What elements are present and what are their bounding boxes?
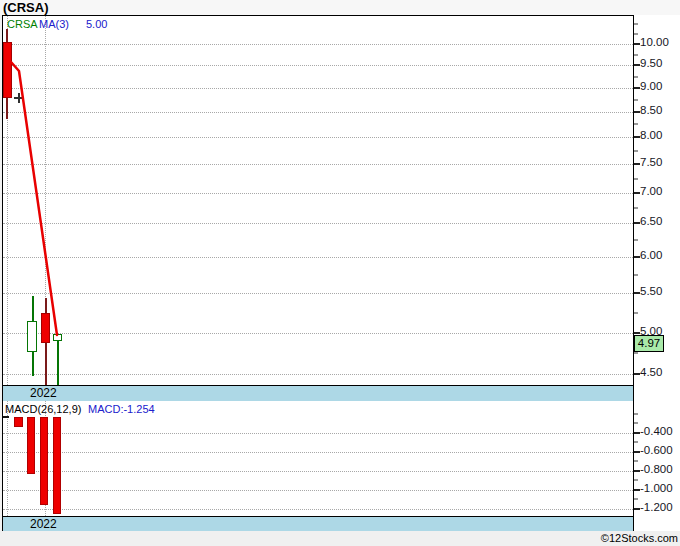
macd-xaxis-band: 2022 [3, 516, 633, 531]
macd-axis-minor-tick [634, 413, 638, 415]
price-axis-label: 7.50 [640, 156, 680, 172]
price-axis-minor-tick [634, 99, 638, 101]
macd-panel: MACD(26,12,9) MACD:-1.254 2022 [2, 400, 634, 531]
price-axis-minor-tick [634, 178, 638, 180]
macd-axis-minor-tick [634, 422, 638, 424]
ma3-line [3, 16, 633, 400]
legend-ma-label: MA(3) [39, 18, 69, 31]
macd-axis-label: -1.200 [640, 501, 680, 517]
price-axis-label: 4.50 [640, 366, 680, 382]
macd-bar-4 [53, 417, 61, 514]
price-xaxis-year: 2022 [30, 386, 57, 401]
price-axis-label: 5.50 [640, 285, 680, 301]
macd-axis-minor-tick [634, 479, 638, 481]
macd-bar-3 [40, 417, 48, 505]
price-axis-minor-tick [634, 352, 638, 354]
price-axis-label: 9.00 [640, 80, 680, 96]
price-axis-minor-tick [634, 207, 638, 209]
price-axis-minor-tick [634, 150, 638, 152]
price-axis-minor-tick [634, 54, 638, 56]
price-axis-label: 6.00 [640, 249, 680, 265]
legend-symbol: CRSA [7, 18, 38, 31]
price-axis-minor-tick [634, 23, 638, 25]
price-axis-minor-tick [634, 123, 638, 125]
legend-ma-value: 5.00 [86, 18, 107, 31]
price-axis-minor-tick [634, 312, 638, 314]
gridline-h [3, 433, 633, 434]
macd-left-tick [3, 416, 9, 418]
copyright-link[interactable]: ©12Stocks.com [478, 531, 678, 546]
macd-bar-2 [27, 417, 35, 474]
macd-xaxis-year: 2022 [30, 517, 57, 532]
price-axis-label: 6.50 [640, 215, 680, 231]
gridline-v [7, 401, 8, 516]
price-panel: CRSA MA(3) 5.00 2022 [2, 15, 634, 401]
price-xaxis-band: 2022 [3, 385, 633, 401]
title-strip: (CRSA) [0, 0, 680, 15]
price-axis-label: 9.50 [640, 57, 680, 73]
macd-bar-1 [14, 417, 23, 427]
price-axis-label: 7.00 [640, 185, 680, 201]
price-axis-minor-tick [634, 239, 638, 241]
macd-legend-label: MACD(26,12,9) [5, 403, 81, 416]
price-axis-label: 8.50 [640, 104, 680, 120]
price-axis-label: 8.00 [640, 129, 680, 145]
gridline-h [3, 490, 633, 491]
macd-axis-label: -0.600 [640, 444, 680, 460]
macd-axis-label: -0.800 [640, 463, 680, 479]
macd-axis-minor-tick [634, 460, 638, 462]
gridline-h [3, 452, 633, 453]
price-axis-label: 10.00 [640, 36, 680, 52]
macd-axis-minor-tick [634, 498, 638, 500]
price-axis-minor-tick [634, 274, 638, 276]
macd-axis-minor-tick [634, 441, 638, 443]
last-price-tag: 4.97 [634, 335, 664, 352]
macd-axis-label: -1.000 [640, 482, 680, 498]
macd-legend-value: MACD:-1.254 [88, 403, 155, 416]
macd-axis-label: -0.400 [640, 425, 680, 441]
price-axis-minor-tick [634, 76, 638, 78]
stock-chart-widget: (CRSA) [0, 0, 680, 546]
chart-title: (CRSA) [3, 0, 49, 15]
price-axis-minor-tick [634, 33, 638, 35]
gridline-h [3, 509, 633, 510]
gridline-h [3, 471, 633, 472]
